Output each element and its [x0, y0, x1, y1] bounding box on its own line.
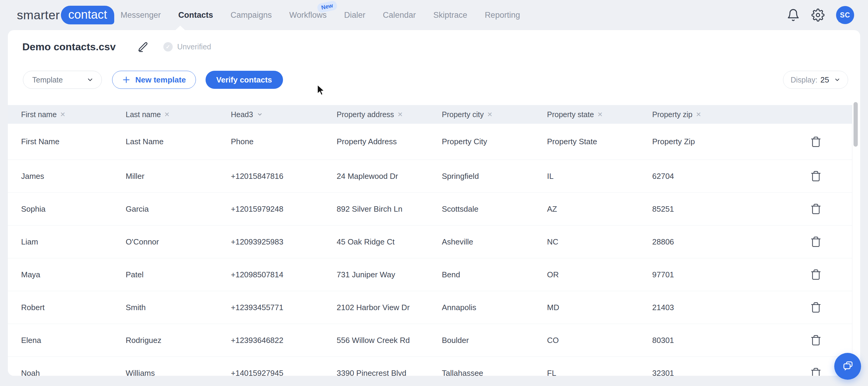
cell-property-address: 3390 Pinecrest Blvd [337, 369, 442, 376]
cell-property-address: Property Address [337, 137, 442, 146]
nav-item-contacts[interactable]: Contacts [179, 10, 213, 20]
cell-property-zip: 62704 [652, 172, 809, 181]
table-row: Sophia Garcia +12015979248 892 Silver Bi… [8, 193, 852, 225]
cell-last-name: O'Connor [126, 237, 231, 247]
cell-property-state: Property State [547, 137, 652, 146]
nav-item-messenger[interactable]: Messenger [121, 10, 161, 20]
nav-item-dialer[interactable]: Dialer [344, 10, 366, 20]
pencil-icon[interactable] [137, 41, 149, 53]
cell-property-zip: 97701 [652, 270, 809, 279]
remove-column-button[interactable]: × [60, 110, 65, 119]
cell-phone: +12093925983 [231, 237, 337, 247]
cell-property-zip: 32301 [652, 369, 809, 376]
table-header-row: First name × Last name × Head3 Property … [8, 105, 852, 124]
table-body: First Name Last Name Phone Property Addr… [8, 124, 860, 376]
cell-property-address: 731 Juniper Way [337, 270, 442, 279]
cell-first-name: Elena [21, 336, 126, 345]
verify-contacts-button[interactable]: Verify contacts [206, 71, 283, 89]
cell-property-address: 892 Silver Birch Ln [337, 204, 442, 214]
cell-property-address: 556 Willow Creek Rd [337, 336, 442, 345]
table-row: Robert Smith +12393455771 2102 Harbor Vi… [8, 291, 852, 324]
top-nav-bar: smarter contact Messenger Contacts Campa… [0, 0, 868, 30]
cell-property-zip: 28806 [652, 237, 809, 247]
remove-column-button[interactable]: × [598, 110, 602, 119]
cell-last-name: Patel [126, 270, 231, 279]
trash-icon[interactable] [809, 269, 823, 280]
remove-column-button[interactable]: × [696, 110, 701, 119]
column-header-property-address: Property address × [337, 110, 442, 119]
cell-property-city: Springfield [442, 172, 547, 181]
remove-column-button[interactable]: × [487, 110, 492, 119]
table-row: First Name Last Name Phone Property Addr… [8, 124, 852, 160]
trash-icon[interactable] [809, 335, 823, 346]
nav-item-campaigns[interactable]: Campaigns [230, 10, 272, 20]
cell-phone: +12015847816 [231, 172, 337, 181]
nav-item-reporting[interactable]: Reporting [485, 10, 520, 20]
new-template-button[interactable]: New template [112, 71, 196, 89]
gear-icon[interactable] [811, 8, 825, 22]
cell-last-name: Rodriguez [126, 336, 231, 345]
cell-property-address: 2102 Harbor View Dr [337, 303, 442, 312]
column-header-first-name: First name × [21, 110, 126, 119]
logo-text-contact: contact [61, 6, 114, 24]
trash-icon[interactable] [809, 136, 823, 147]
trash-icon[interactable] [809, 203, 823, 215]
cell-property-zip: 80301 [652, 336, 809, 345]
trash-icon[interactable] [809, 170, 823, 182]
cell-first-name: Maya [21, 270, 126, 279]
cell-first-name: James [21, 172, 126, 181]
cell-phone: +12098507814 [231, 270, 337, 279]
brand-logo[interactable]: smarter contact [17, 6, 114, 24]
logo-text-smarter: smarter [17, 8, 60, 22]
nav-item-skiptrace[interactable]: Skiptrace [433, 10, 467, 20]
cell-property-state: NC [547, 237, 652, 247]
active-tab-pointer [175, 26, 185, 30]
cell-property-state: CO [547, 336, 652, 345]
contacts-table: First name × Last name × Head3 Property … [8, 105, 860, 376]
cell-property-city: Asheville [442, 237, 547, 247]
cell-phone: Phone [231, 137, 337, 146]
cell-property-city: Tallahassee [442, 369, 547, 376]
cell-property-state: MD [547, 303, 652, 312]
toolbar: Template New template Verify contacts Di… [23, 70, 848, 89]
trash-icon[interactable] [809, 236, 823, 247]
chevron-down-icon [257, 111, 263, 117]
chat-widget-button[interactable] [834, 353, 861, 380]
remove-column-button[interactable]: × [398, 110, 402, 119]
table-row: James Miller +12015847816 24 Maplewood D… [8, 160, 852, 193]
remove-column-button[interactable]: × [164, 110, 169, 119]
column-header-property-zip: Property zip × [652, 110, 809, 119]
column-header-property-city: Property city × [442, 110, 547, 119]
cell-first-name: Sophia [21, 204, 126, 214]
page-title: Demo contacts.csv [22, 41, 116, 53]
nav-item-workflows[interactable]: Workflows New [289, 10, 327, 20]
display-count-dropdown[interactable]: Display: 25 [783, 71, 848, 89]
cell-property-city: Boulder [442, 336, 547, 345]
cell-property-city: Property City [442, 137, 547, 146]
bell-icon[interactable] [786, 8, 800, 22]
status-badge: ✓ Unverified [163, 42, 211, 51]
column-header-head3[interactable]: Head3 [231, 110, 337, 119]
table-row: Elena Rodriguez +12393646822 556 Willow … [8, 324, 852, 357]
template-dropdown[interactable]: Template [23, 71, 102, 89]
plus-icon [122, 76, 130, 84]
cell-last-name: Garcia [126, 204, 231, 214]
chevron-down-icon [87, 76, 94, 83]
cell-last-name: Miller [126, 172, 231, 181]
cell-property-city: Annapolis [442, 303, 547, 312]
cell-phone: +12393646822 [231, 336, 337, 345]
vertical-scrollbar-thumb[interactable] [854, 102, 858, 147]
chevron-down-icon [834, 76, 841, 83]
cell-phone: +14015927945 [231, 369, 337, 376]
page-header: Demo contacts.csv ✓ Unverified [22, 41, 211, 53]
column-header-property-state: Property state × [547, 110, 652, 119]
nav-item-calendar[interactable]: Calendar [383, 10, 416, 20]
trash-icon[interactable] [809, 367, 823, 376]
nav-right-controls: SC [786, 0, 854, 30]
cell-last-name: Williams [126, 369, 231, 376]
table-row: Liam O'Connor +12093925983 45 Oak Ridge … [8, 225, 852, 258]
cell-first-name: Robert [21, 303, 126, 312]
avatar[interactable]: SC [836, 6, 854, 24]
trash-icon[interactable] [809, 302, 823, 313]
cell-phone: +12393455771 [231, 303, 337, 312]
